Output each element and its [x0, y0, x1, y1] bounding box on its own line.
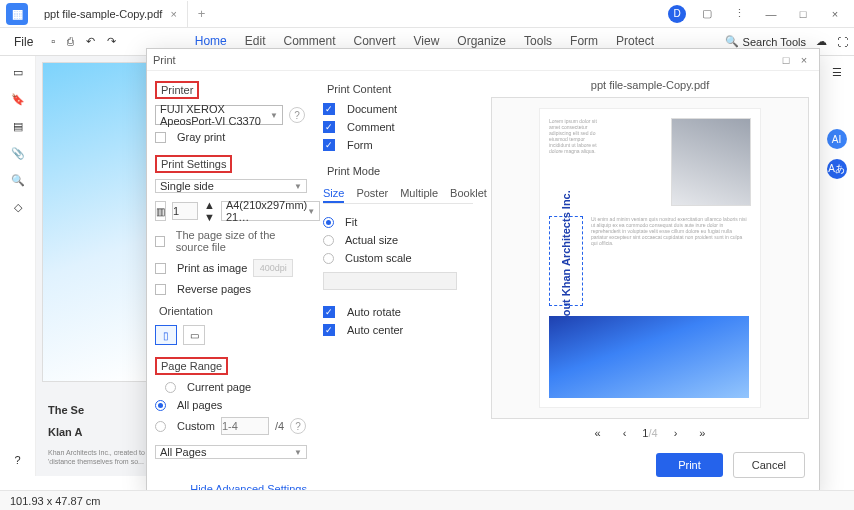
doc-heading-2: Klan A: [48, 426, 82, 438]
dpi-input: 400dpi: [253, 259, 293, 277]
copies-down[interactable]: ▼: [204, 211, 215, 223]
print-button[interactable]: Print: [656, 453, 723, 477]
copies-up[interactable]: ▲: [204, 199, 215, 211]
search-icon: 🔍: [725, 35, 739, 48]
tab-size[interactable]: Size: [323, 185, 344, 203]
translate-icon[interactable]: Aあ: [827, 159, 847, 179]
duplex-select[interactable]: Single side▼: [155, 179, 307, 193]
print-mode-label: Print Mode: [323, 163, 473, 179]
content-comment-checkbox[interactable]: ✓Comment: [323, 121, 473, 133]
preview-box: Lorem ipsum dolor sit amet consectetur a…: [491, 97, 809, 419]
more-icon[interactable]: ⋮: [728, 3, 750, 25]
custom-range-radio[interactable]: Custom /4 ?: [155, 417, 307, 435]
print-content-label: Print Content: [323, 81, 473, 97]
save-icon[interactable]: ▫: [51, 35, 55, 48]
cursor-coords: 101.93 x 47.87 cm: [10, 495, 101, 507]
content-document-checkbox[interactable]: ✓Document: [323, 103, 473, 115]
preview-filename: ppt file-sample-Copy.pdf: [491, 79, 809, 91]
all-pages-radio[interactable]: All pages: [155, 399, 307, 411]
dialog-maximize-button[interactable]: □: [777, 54, 795, 66]
print-icon[interactable]: ⎙: [67, 35, 74, 48]
layers-icon[interactable]: ◇: [10, 201, 26, 214]
orientation-landscape[interactable]: ▭: [183, 325, 205, 345]
reverse-pages-checkbox[interactable]: Reverse pages: [155, 283, 307, 295]
page-size-source-checkbox[interactable]: The page size of the source file: [155, 229, 307, 253]
properties-icon[interactable]: ☰: [832, 66, 842, 79]
file-menu[interactable]: File: [6, 35, 41, 49]
statusbar: 101.93 x 47.87 cm: [0, 490, 854, 510]
preview-pager: « ‹ 1/4 › »: [491, 419, 809, 447]
search-tools[interactable]: 🔍 Search Tools: [725, 35, 806, 48]
close-tab-icon[interactable]: ×: [170, 8, 176, 20]
cancel-button[interactable]: Cancel: [733, 452, 805, 478]
print-dialog: Print □ × Printer FUJI XEROX ApeosPort-V…: [146, 48, 820, 494]
custom-range-input[interactable]: [221, 417, 269, 435]
preview-image-2: [549, 316, 749, 398]
dialog-buttons: Print Cancel: [491, 447, 809, 483]
search-placeholder: Search Tools: [743, 36, 806, 48]
maximize-button[interactable]: □: [792, 3, 814, 25]
add-tab-button[interactable]: +: [188, 6, 216, 21]
orientation-label: Orientation: [155, 303, 307, 319]
undo-icon[interactable]: ↶: [86, 35, 95, 48]
content-form-checkbox[interactable]: ✓Form: [323, 139, 473, 151]
close-window-button[interactable]: ×: [824, 3, 846, 25]
custom-scale-radio[interactable]: Custom scale: [323, 252, 473, 264]
printer-section-label: Printer: [155, 81, 199, 99]
doc-heading-1: The Se: [48, 404, 84, 416]
dialog-close-button[interactable]: ×: [795, 54, 813, 66]
preview-text-block-2: Ut enim ad minim veniam quis nostrud exe…: [591, 216, 749, 306]
pager-next-button[interactable]: ›: [668, 425, 684, 441]
minimize-button[interactable]: —: [760, 3, 782, 25]
copies-icon: ▥: [155, 201, 166, 221]
titlebar: ▦ ppt file-sample-Copy.pdf × + D ▢ ⋮ — □…: [0, 0, 854, 28]
current-page-radio[interactable]: Current page: [155, 381, 307, 393]
document-page-image: [42, 62, 152, 382]
preview-image-1: [671, 118, 751, 206]
pager-last-button[interactable]: »: [693, 425, 711, 441]
app-icon: ▦: [6, 3, 28, 25]
print-as-image-checkbox[interactable]: Print as image 400dpi: [155, 259, 307, 277]
ai-assistant-icon[interactable]: AI: [827, 129, 847, 149]
preview-column: ppt file-sample-Copy.pdf Lorem ipsum dol…: [481, 71, 819, 493]
paper-size-select[interactable]: A4(210x297mm) 21…▼: [221, 201, 320, 221]
copies-input[interactable]: [172, 202, 198, 220]
fit-radio[interactable]: Fit: [323, 216, 473, 228]
left-sidebar: ▭ 🔖 ▤ 📎 🔍 ◇ ?: [0, 56, 36, 476]
page-range-label: Page Range: [155, 357, 228, 375]
orientation-portrait[interactable]: ▯: [155, 325, 177, 345]
search-panel-icon[interactable]: 🔍: [10, 174, 26, 187]
attachments-icon[interactable]: 📎: [10, 147, 26, 160]
comments-panel-icon[interactable]: ▤: [10, 120, 26, 133]
pager-prev-button[interactable]: ‹: [617, 425, 633, 441]
dialog-title: Print: [153, 54, 176, 66]
print-settings-label: Print Settings: [155, 155, 232, 173]
actual-size-radio[interactable]: Actual size: [323, 234, 473, 246]
tab-multiple[interactable]: Multiple: [400, 185, 438, 203]
preview-about-label: About Khan Architects Inc.: [549, 216, 583, 306]
auto-center-checkbox[interactable]: ✓Auto center: [323, 324, 473, 336]
document-tab[interactable]: ppt file-sample-Copy.pdf ×: [34, 1, 188, 27]
cloud-icon[interactable]: ☁: [816, 35, 827, 48]
redo-icon[interactable]: ↷: [107, 35, 116, 48]
auto-rotate-checkbox[interactable]: ✓Auto rotate: [323, 306, 473, 318]
tab-poster[interactable]: Poster: [356, 185, 388, 203]
printer-select[interactable]: FUJI XEROX ApeosPort-VI C3370 ▼: [155, 105, 283, 125]
dialog-titlebar: Print □ ×: [147, 49, 819, 71]
thumbnails-icon[interactable]: ▭: [10, 66, 26, 79]
preview-page: Lorem ipsum dolor sit amet consectetur a…: [539, 108, 761, 408]
gray-print-checkbox[interactable]: Gray print: [155, 131, 307, 143]
printer-help-icon[interactable]: ?: [289, 107, 305, 123]
account-avatar[interactable]: D: [668, 5, 686, 23]
page-subset-select[interactable]: All Pages▼: [155, 445, 307, 459]
bookmarks-icon[interactable]: 🔖: [10, 93, 26, 106]
custom-range-total: /4: [275, 420, 284, 432]
custom-range-help-icon[interactable]: ?: [290, 418, 306, 434]
expand-icon[interactable]: ⛶: [837, 36, 848, 48]
settings-column-left: Printer FUJI XEROX ApeosPort-VI C3370 ▼ …: [147, 71, 315, 493]
pager-first-button[interactable]: «: [589, 425, 607, 441]
help-icon[interactable]: ?: [10, 454, 26, 466]
printer-selected: FUJI XEROX ApeosPort-VI C3370: [160, 103, 270, 127]
right-sidebar: ☰ AI Aあ: [818, 56, 854, 476]
feedback-icon[interactable]: ▢: [696, 3, 718, 25]
